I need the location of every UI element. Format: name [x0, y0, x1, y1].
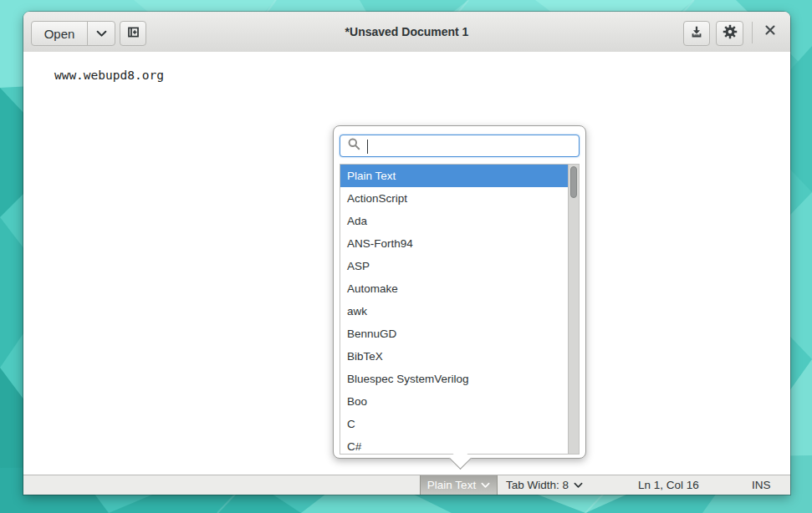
tab-new-icon: [126, 25, 140, 43]
menu-button[interactable]: [716, 21, 743, 46]
scrollbar-thumb[interactable]: [570, 166, 577, 198]
chevron-down-icon: [96, 26, 107, 41]
document-text: www.webupd8.org: [54, 69, 164, 82]
language-list: Plain Text ActionScript Ada ANS-Forth94 …: [340, 164, 580, 455]
language-selector-label: Plain Text: [427, 479, 476, 491]
language-option[interactable]: Automake: [340, 277, 579, 300]
chevron-down-icon: [574, 475, 583, 495]
open-button[interactable]: Open: [31, 21, 88, 46]
headerbar-separator: [752, 22, 753, 43]
gear-icon: [723, 24, 738, 43]
language-option[interactable]: BennuGD: [340, 323, 579, 345]
language-option[interactable]: Plain Text: [340, 165, 579, 187]
language-popover: Plain Text ActionScript Ada ANS-Forth94 …: [333, 125, 586, 459]
language-option[interactable]: ActionScript: [340, 187, 579, 210]
language-option[interactable]: C: [340, 413, 579, 435]
open-button-label: Open: [44, 27, 75, 41]
statusbar: Plain Text Tab Width: 8 Ln 1, Col 16 INS: [23, 475, 790, 495]
close-button[interactable]: [762, 23, 779, 40]
close-icon: [764, 24, 776, 39]
text-caret: [367, 140, 368, 154]
language-option[interactable]: ANS-Forth94: [340, 232, 579, 255]
language-option[interactable]: Bluespec SystemVerilog: [340, 368, 579, 390]
list-scrollbar[interactable]: [568, 165, 579, 454]
language-option[interactable]: Ada: [340, 210, 579, 232]
language-option[interactable]: ASP: [340, 255, 579, 277]
language-selector-button[interactable]: Plain Text: [420, 475, 498, 495]
language-option[interactable]: awk: [340, 300, 579, 323]
language-option[interactable]: BibTeX: [340, 345, 579, 368]
open-split-button: Open: [31, 21, 115, 46]
chevron-down-icon: [481, 479, 490, 491]
new-document-button[interactable]: [120, 21, 146, 46]
open-recent-dropdown-button[interactable]: [87, 21, 115, 46]
gedit-window: Open *Unsaved Document 1: [23, 12, 790, 495]
cursor-position-label: Ln 1, Col 16: [638, 475, 699, 495]
save-button[interactable]: [683, 21, 710, 46]
input-mode-label: INS: [752, 475, 771, 495]
tab-width-label: Tab Width: 8: [506, 475, 569, 495]
language-option[interactable]: Boo: [340, 390, 579, 413]
save-icon: [690, 25, 703, 42]
headerbar: Open *Unsaved Document 1: [23, 12, 790, 53]
tab-width-button[interactable]: Tab Width: 8: [506, 475, 583, 495]
magnifier-icon: [340, 137, 361, 155]
language-search-entry[interactable]: [340, 135, 580, 157]
language-search-input[interactable]: [361, 135, 579, 156]
